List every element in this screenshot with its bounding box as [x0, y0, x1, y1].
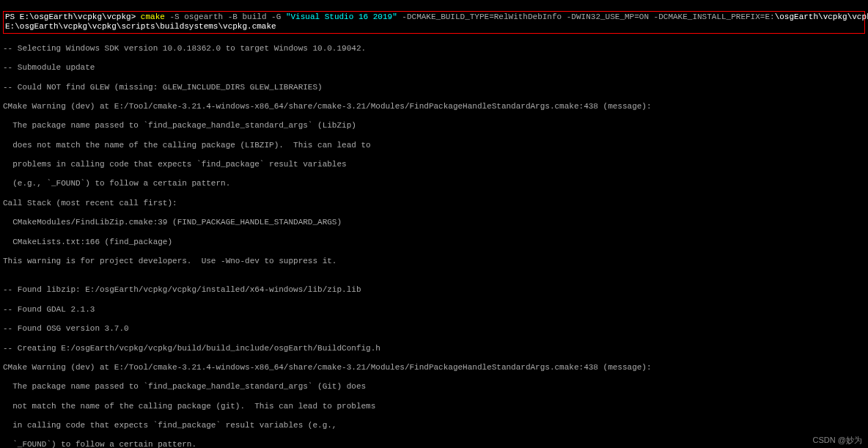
output-line: -- Submodule update	[3, 63, 865, 73]
watermark: CSDN @妙为	[813, 436, 862, 445]
cmake-cmd: cmake	[136, 12, 169, 21]
output-line: (e.g., `_FOUND`) to follow a certain pat…	[3, 179, 865, 188]
output-line: CMakeModules/FindLibZip.cmake:39 (FIND_P…	[3, 218, 865, 227]
ps-prompt: PS	[5, 12, 20, 21]
output-line: -- Creating E:/osgEarth/vcpkg/vcpkg/buil…	[3, 344, 865, 353]
output-line: -- Found OSG version 3.7.0	[3, 324, 865, 334]
output-line: CMakeLists.txt:166 (find_package)	[3, 238, 865, 247]
output-line: This warning is for project developers. …	[3, 257, 865, 266]
output-line: does not match the name of the calling p…	[3, 141, 865, 150]
output-line: `_FOUND`) to follow a certain pattern.	[3, 440, 865, 448]
output-line: CMake Warning (dev) at E:/Tool/cmake-3.2…	[3, 102, 865, 111]
output-line: The package name passed to `find_package…	[3, 382, 865, 392]
output-line: The package name passed to `find_package…	[3, 121, 865, 131]
output-line: not match the name of the calling packag…	[3, 402, 865, 411]
terminal-output[interactable]: PS E:\osgEarth\vcpkg\vcpkg> cmake -S osg…	[0, 0, 868, 448]
output-line: problems in calling code that expects `f…	[3, 160, 865, 169]
output-line: -- Found libzip: E:/osgEarth/vcpkg/vcpkg…	[3, 285, 865, 295]
highlighted-command: PS E:\osgEarth\vcpkg\vcpkg> cmake -S osg…	[3, 11, 865, 33]
output-line: in calling code that expects `find_packa…	[3, 421, 865, 430]
output-line: -- Selecting Windows SDK version 10.0.18…	[3, 44, 865, 54]
output-line: CMake Warning (dev) at E:/Tool/cmake-3.2…	[3, 363, 865, 372]
output-line: -- Found GDAL 2.1.3	[3, 305, 865, 315]
output-line: Call Stack (most recent call first):	[3, 199, 865, 208]
output-line: -- Could NOT find GLEW (missing: GLEW_IN…	[3, 83, 865, 92]
